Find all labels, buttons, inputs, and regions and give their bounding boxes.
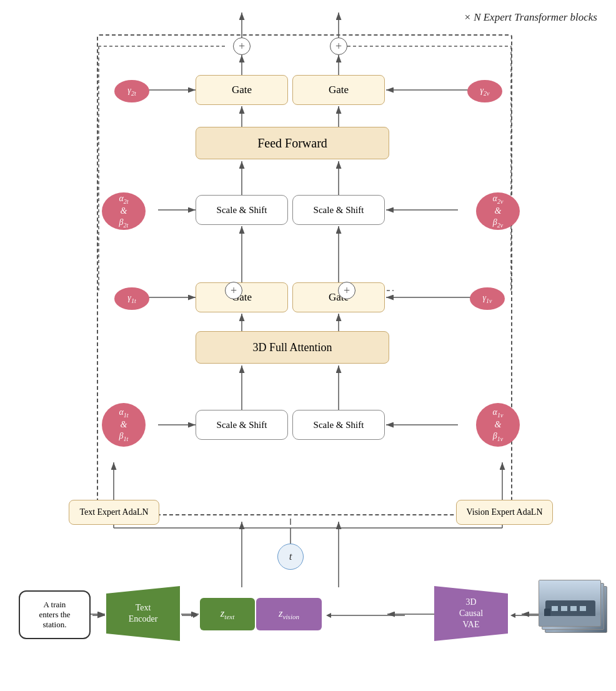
t-circle: t (277, 544, 304, 570)
text-input-box: A train enters the station. (19, 590, 91, 639)
vae-box: 3D Causal VAE (434, 586, 508, 641)
scale-shift-1-right: Scale & Shift (292, 410, 385, 440)
z-text-box: ztext (200, 598, 255, 630)
text-adaln-box: Text Expert AdaLN (69, 500, 159, 525)
svg-marker-51 (326, 613, 331, 618)
arrow-encoder-ztext (182, 611, 199, 620)
alpha2t-oval: α2t&β2t (102, 192, 146, 230)
plus-circle-mid-right: + (338, 282, 355, 299)
diagram-container: × N Expert Transformer blocks (0, 0, 616, 691)
gamma2t-oval: γ2t (114, 80, 149, 102)
svg-marker-54 (510, 613, 515, 618)
svg-marker-49 (193, 613, 198, 618)
scale-shift-1-left: Scale & Shift (196, 410, 288, 440)
gamma1t-oval: γ1t (114, 287, 149, 310)
vision-adaln-box: Vision Expert AdaLN (456, 500, 553, 525)
alpha1t-oval: α1t&β1t (102, 403, 146, 447)
scale-shift-2-right: Scale & Shift (292, 195, 385, 225)
alpha2v-oval: α2v&β2v (476, 192, 520, 230)
scale-shift-2-left: Scale & Shift (196, 195, 288, 225)
attention-box: 3D Full Attention (196, 331, 389, 364)
text-encoder-box: Text Encoder (106, 586, 180, 641)
plus-circle-top-right: + (330, 37, 347, 55)
arrow-vae-zvision (325, 611, 406, 620)
gate2-left-box: Gate (196, 75, 288, 105)
gamma1v-oval: γ1v (470, 287, 505, 310)
gate2-right-box: Gate (292, 75, 385, 105)
gamma2v-oval: γ2v (467, 80, 502, 102)
plus-circle-top-left: + (233, 37, 251, 55)
top-label: × N Expert Transformer blocks (464, 11, 597, 24)
outer-dashed-border (97, 34, 512, 515)
z-vision-box: zvision (256, 598, 322, 630)
plus-circle-mid-left: + (225, 282, 242, 299)
arrow-text-input (92, 611, 107, 620)
alpha1v-oval: α1v&β1v (476, 403, 520, 447)
feed-forward-box: Feed Forward (196, 127, 389, 159)
